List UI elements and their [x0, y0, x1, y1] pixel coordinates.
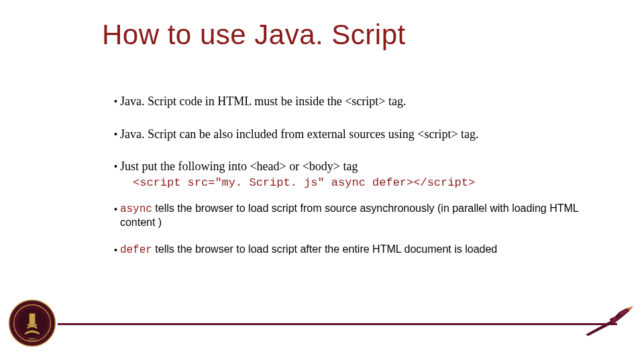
- bullet-text-rest: tells the browser to load script from so…: [120, 202, 578, 228]
- slide-title: How to use Java. Script: [102, 19, 406, 51]
- bullet-text: Java. Script code in HTML must be inside…: [120, 94, 407, 109]
- svg-rect-3: [30, 314, 36, 324]
- university-seal-icon: 1851: [8, 299, 56, 347]
- code-snippet: <script src="my. Script. js" async defer…: [133, 176, 610, 190]
- bullet-dot-icon: •: [114, 202, 117, 217]
- bullet-item: • Java. Script can be also included from…: [114, 127, 610, 142]
- bullet-item: • Java. Script code in HTML must be insi…: [114, 94, 610, 109]
- spear-logo-icon: [584, 303, 637, 343]
- bullet-dot-icon: •: [114, 243, 117, 257]
- bullet-item: • Just put the following into <head> or …: [114, 159, 610, 190]
- divider-line: [58, 323, 617, 325]
- seal-year: 1851: [28, 337, 37, 341]
- bullet-dot-icon: •: [114, 94, 117, 109]
- bullet-text-rest: tells the browser to load script after t…: [152, 243, 497, 255]
- bullet-text: defer tells the browser to load script a…: [120, 243, 497, 257]
- bullet-text: Just put the following into <head> or <b…: [120, 159, 358, 174]
- slide-footer: 1851: [0, 298, 644, 350]
- keyword-defer: defer: [120, 244, 152, 256]
- bullet-item: • defer tells the browser to load script…: [114, 243, 610, 257]
- bullet-item: • async tells the browser to load script…: [114, 202, 610, 229]
- slide-content: • Java. Script code in HTML must be insi…: [114, 94, 610, 271]
- bullet-text: Java. Script can be also included from e…: [120, 127, 479, 142]
- slide: How to use Java. Script • Java. Script c…: [0, 0, 644, 362]
- keyword-async: async: [120, 203, 152, 215]
- bullet-text: async tells the browser to load script f…: [120, 202, 610, 229]
- bullet-dot-icon: •: [114, 127, 117, 141]
- bullet-dot-icon: •: [114, 159, 117, 174]
